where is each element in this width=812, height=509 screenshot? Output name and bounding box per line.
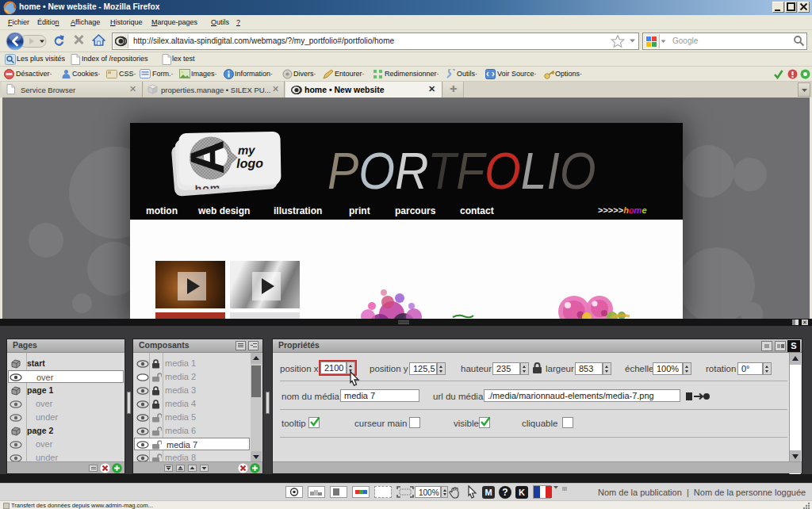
svg-text:my: my bbox=[238, 143, 256, 156]
svg-text:logo: logo bbox=[236, 156, 263, 170]
svg-text:A: A bbox=[181, 140, 235, 175]
